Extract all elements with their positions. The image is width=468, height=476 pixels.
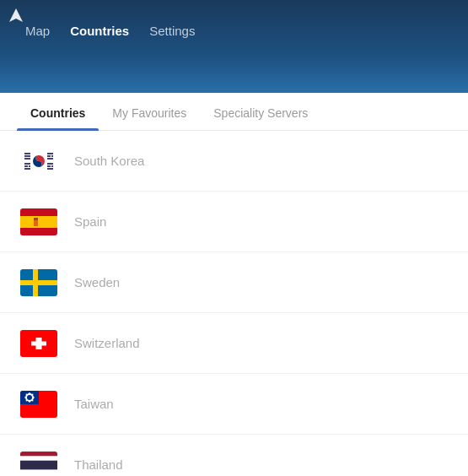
tab-speciality[interactable]: Speciality Servers: [200, 93, 321, 130]
header-nav: Map Countries Settings: [25, 24, 195, 38]
svg-rect-22: [34, 218, 38, 220]
flag-taiwan: [20, 391, 57, 418]
nav-countries[interactable]: Countries: [70, 24, 129, 38]
country-item-spain[interactable]: Spain: [0, 192, 468, 252]
logo-area: [7, 7, 25, 25]
country-name-taiwan: Taiwan: [74, 397, 114, 411]
country-name-sweden: Sweden: [74, 275, 120, 289]
svg-rect-44: [20, 460, 57, 469]
nordvpn-logo-icon: [7, 7, 25, 25]
tab-favourites[interactable]: My Favourites: [99, 93, 200, 130]
tabs-container: Countries My Favourites Speciality Serve…: [0, 93, 468, 131]
header: Map Countries Settings: [0, 0, 468, 93]
svg-point-17: [37, 156, 40, 160]
country-name-spain: Spain: [74, 214, 106, 229]
svg-point-18: [37, 162, 40, 165]
country-item-switzerland[interactable]: Switzerland: [0, 313, 468, 374]
flag-thailand: [20, 452, 57, 473]
country-item-thailand[interactable]: Thailand: [0, 435, 468, 472]
country-name-south-korea: South Korea: [74, 154, 144, 168]
country-list: South Korea Spain Sweden: [0, 131, 468, 472]
flag-south-korea: [20, 148, 57, 175]
country-name-switzerland: Switzerland: [74, 336, 140, 350]
svg-point-32: [27, 395, 32, 400]
svg-rect-24: [20, 280, 57, 285]
flag-spain: [20, 208, 57, 235]
nav-settings[interactable]: Settings: [149, 24, 195, 38]
country-item-sweden[interactable]: Sweden: [0, 252, 468, 313]
svg-rect-25: [33, 269, 38, 296]
svg-rect-20: [20, 216, 57, 228]
country-item-south-korea[interactable]: South Korea: [0, 131, 468, 192]
country-name-thailand: Thailand: [74, 457, 123, 472]
flag-switzerland: [20, 330, 57, 357]
flag-sweden: [20, 269, 57, 296]
svg-rect-28: [31, 341, 46, 345]
country-item-taiwan[interactable]: Taiwan: [0, 374, 468, 435]
nav-map[interactable]: Map: [25, 24, 50, 38]
tab-countries[interactable]: Countries: [17, 93, 99, 130]
